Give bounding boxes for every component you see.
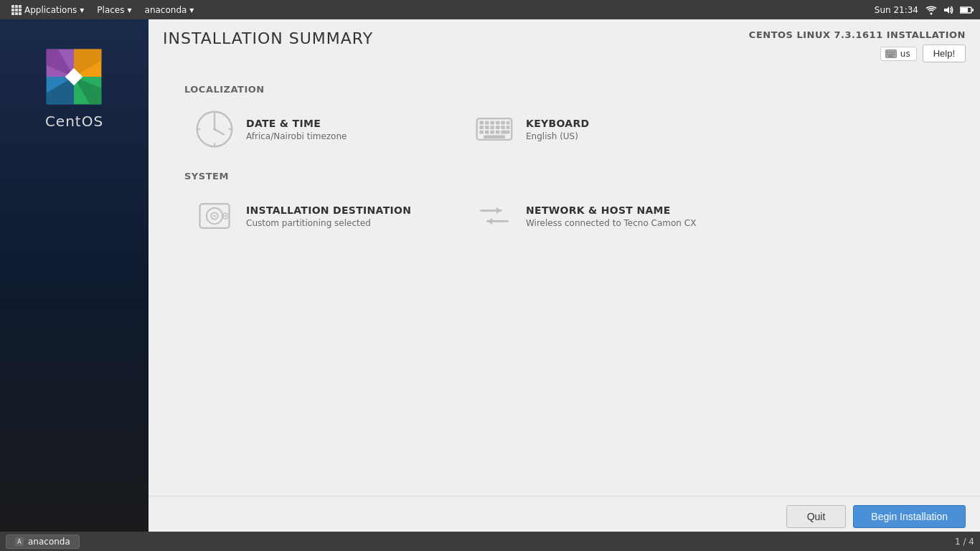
svg-rect-30: [887, 52, 888, 53]
volume-icon: [943, 5, 954, 15]
svg-rect-65: [484, 135, 505, 138]
header-right: CENTOS LINUX 7.3.1611 INSTALLATION: [749, 29, 966, 62]
keyboard-text: KEYBOARD English (US): [526, 118, 589, 141]
svg-rect-34: [887, 54, 888, 55]
quit-button[interactable]: Quit: [786, 505, 847, 528]
bottom-anaconda-label: anaconda: [28, 537, 70, 547]
datetime-display: Sun 21:34: [875, 5, 918, 15]
anaconda-label: anaconda: [145, 5, 187, 15]
installation-destination-item[interactable]: INSTALLATION DESTINATION Custom partitio…: [184, 189, 457, 243]
svg-rect-38: [888, 55, 893, 57]
keyboard-subtitle: English (US): [526, 131, 589, 141]
svg-rect-32: [891, 52, 892, 53]
top-taskbar: Applications ▾ Places ▾ anaconda ▾ Sun 2…: [0, 0, 980, 19]
svg-rect-8: [19, 12, 22, 15]
language-code: us: [900, 49, 910, 59]
svg-rect-55: [485, 126, 489, 129]
svg-rect-12: [961, 8, 968, 12]
disk-icon-container: [193, 194, 236, 237]
svg-rect-1: [15, 5, 18, 8]
svg-rect-4: [15, 9, 18, 11]
svg-rect-54: [479, 126, 484, 129]
svg-rect-60: [479, 131, 484, 134]
system-items: INSTALLATION DESTINATION Custom partitio…: [184, 189, 958, 243]
language-badge[interactable]: us: [880, 47, 917, 61]
network-hostname-subtitle: Wireless connected to Tecno Camon CX: [526, 218, 696, 228]
svg-marker-10: [944, 6, 949, 14]
date-time-text: DATE & TIME Africa/Nairobi timezone: [246, 118, 347, 141]
apps-icon: [11, 5, 22, 15]
svg-line-42: [215, 129, 224, 134]
svg-rect-0: [11, 5, 14, 8]
svg-rect-13: [972, 9, 974, 11]
svg-rect-36: [891, 54, 892, 55]
network-hostname-text: NETWORK & HOST NAME Wireless connected t…: [526, 204, 696, 228]
keyboard-small-icon: [885, 50, 897, 58]
network-icon-container: [473, 194, 516, 237]
svg-point-71: [225, 215, 227, 217]
centos-text: CentOS: [45, 113, 103, 130]
date-time-title: DATE & TIME: [246, 118, 347, 129]
taskbar-left: Applications ▾ Places ▾ anaconda ▾: [6, 3, 199, 17]
svg-rect-49: [485, 121, 489, 125]
installation-destination-title: INSTALLATION DESTINATION: [246, 204, 411, 216]
network-hostname-item[interactable]: NETWORK & HOST NAME Wireless connected t…: [464, 189, 737, 243]
begin-installation-button[interactable]: Begin Installation: [853, 505, 966, 528]
anaconda-task-icon: A: [15, 537, 24, 546]
svg-marker-73: [488, 218, 493, 225]
svg-point-9: [930, 12, 933, 14]
svg-rect-5: [19, 9, 22, 11]
network-hostname-title: NETWORK & HOST NAME: [526, 204, 696, 216]
svg-rect-33: [893, 52, 895, 53]
localization-label: LOCALIZATION: [184, 84, 958, 95]
taskbar-anaconda[interactable]: anaconda ▾: [139, 3, 200, 17]
page-title: INSTALLATION SUMMARY: [163, 29, 373, 47]
svg-rect-37: [893, 54, 895, 55]
bottom-anaconda-task[interactable]: A anaconda: [6, 534, 80, 549]
taskbar-applications[interactable]: Applications ▾: [6, 3, 90, 17]
disk-icon: [194, 196, 235, 236]
svg-rect-59: [507, 126, 510, 129]
svg-rect-56: [490, 126, 494, 129]
svg-rect-53: [507, 121, 510, 125]
svg-text:A: A: [17, 539, 22, 545]
date-time-icon-container: [193, 108, 236, 151]
content-area: INSTALLATION SUMMARY CENTOS LINUX 7.3.16…: [149, 19, 980, 551]
svg-rect-58: [501, 126, 505, 129]
sidebar: anaconda CentOS: [0, 19, 149, 551]
svg-rect-61: [485, 131, 489, 134]
anaconda-chevron: ▾: [189, 5, 194, 15]
taskbar-places[interactable]: Places ▾: [91, 3, 137, 17]
applications-chevron: ▾: [80, 5, 84, 15]
localization-items: DATE & TIME Africa/Nairobi timezone: [184, 102, 958, 156]
keyboard-icon-container: [473, 108, 516, 151]
svg-point-69: [214, 215, 216, 217]
places-chevron: ▾: [128, 5, 132, 15]
svg-rect-48: [479, 121, 484, 125]
battery-icon: [960, 5, 974, 15]
svg-rect-2: [19, 5, 22, 8]
sections-area: LOCALIZATION: [149, 70, 980, 496]
svg-rect-57: [496, 126, 500, 129]
centos-logo: [45, 48, 103, 105]
svg-rect-52: [501, 121, 505, 125]
svg-rect-31: [889, 52, 890, 53]
localization-section: LOCALIZATION: [184, 84, 958, 156]
system-section: SYSTEM: [184, 171, 958, 243]
date-time-item[interactable]: DATE & TIME Africa/Nairobi timezone: [184, 102, 457, 156]
help-button[interactable]: Help!: [923, 44, 966, 62]
footer-buttons: Quit Begin Installation: [163, 505, 966, 528]
taskbar-right: Sun 21:34: [875, 5, 974, 15]
centos-logo-container: anaconda CentOS: [45, 48, 103, 130]
content-header: INSTALLATION SUMMARY CENTOS LINUX 7.3.16…: [149, 19, 980, 70]
svg-rect-6: [11, 12, 14, 15]
bottom-taskbar: A anaconda 1 / 4: [0, 532, 980, 551]
installation-destination-text: INSTALLATION DESTINATION Custom partitio…: [246, 204, 411, 228]
page-indicator: 1 / 4: [955, 537, 974, 547]
svg-rect-7: [15, 12, 18, 15]
svg-rect-50: [490, 121, 494, 125]
keyboard-icon: [474, 109, 514, 149]
keyboard-item[interactable]: KEYBOARD English (US): [464, 102, 737, 156]
network-icon: [474, 196, 514, 236]
system-icons: [925, 5, 974, 15]
